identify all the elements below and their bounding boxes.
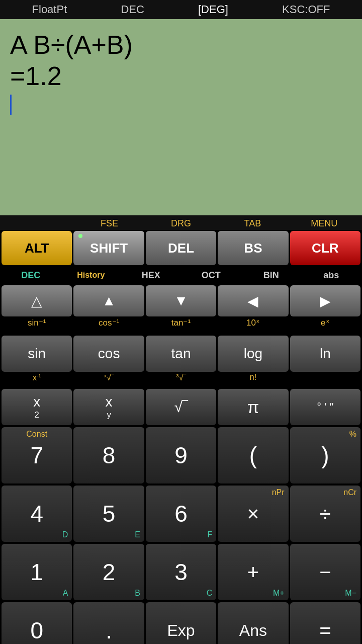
percent-label: % (349, 430, 356, 439)
exp-button[interactable]: Exp (146, 602, 216, 644)
arrow-up-fill[interactable]: ▲ (73, 285, 144, 316)
b-label: B (135, 589, 140, 598)
sqrt-button[interactable]: √‾ (146, 389, 216, 425)
close-paren-button[interactable]: % ) (290, 427, 360, 484)
d-label: D (62, 530, 68, 539)
mode-row: DEC History HEX OCT BIN abs (0, 266, 362, 284)
e-x-label: eˣ (290, 317, 360, 335)
display-result: =1.2 (10, 60, 352, 92)
top-label-menu: MENU (289, 217, 360, 230)
e-label: E (135, 530, 140, 539)
xy-button[interactable]: xy (73, 389, 144, 425)
npr-label: nPr (272, 488, 285, 497)
top-labels-row: FSE DRG TAB MENU (0, 215, 362, 230)
ncr-label: nCr (343, 488, 356, 497)
num-row-2: 4 D 5 E 6 F nPr × nCr ÷ (0, 485, 362, 543)
pi-button[interactable]: π (218, 389, 288, 425)
x2-button[interactable]: x2 (2, 389, 72, 425)
arrow-up-outline[interactable]: △ (2, 285, 72, 316)
display-expression: A B÷(A+B) (10, 29, 352, 60)
plus-button[interactable]: + M+ (218, 544, 288, 600)
tan-inv-label: tan⁻¹ (146, 317, 216, 335)
cos-button[interactable]: cos (73, 336, 144, 372)
tan-button[interactable]: tan (146, 336, 216, 372)
nine-button[interactable]: 9 (146, 427, 216, 484)
status-deg: [DEG] (198, 3, 228, 16)
mode-history[interactable]: History (62, 267, 121, 283)
one-button[interactable]: 1 A (2, 544, 72, 600)
bs-button[interactable]: BS (218, 231, 288, 265)
num-row-1: Const 7 8 9 ( % ) (0, 426, 362, 485)
three-button[interactable]: 3 C (146, 544, 216, 600)
divide-button[interactable]: nCr ÷ (290, 486, 360, 542)
minus-button[interactable]: − M− (290, 544, 360, 600)
five-button[interactable]: 5 E (73, 486, 144, 542)
calculator-display: A B÷(A+B) =1.2 (0, 19, 362, 215)
power-labels-row: x-1 x√‾ 3√‾ n! (0, 373, 362, 388)
top-label-empty (2, 217, 73, 230)
top-label-fse: FSE (73, 217, 145, 230)
arrow-down-fill[interactable]: ▼ (146, 285, 216, 316)
eight-button[interactable]: 8 (73, 427, 144, 484)
a-label: A (63, 589, 68, 598)
f-label: F (207, 530, 212, 539)
x-sqrt-y-label: x√‾ (73, 373, 144, 388)
sin-button[interactable]: sin (2, 336, 72, 372)
cursor (10, 95, 12, 115)
cos-inv-label: cos⁻¹ (73, 317, 144, 335)
top-label-drg: DRG (145, 217, 217, 230)
clr-button[interactable]: CLR (290, 231, 360, 265)
power-main-row: x2 xy √‾ π ° ′ ″ (0, 388, 362, 426)
status-ksc: KSC:OFF (282, 3, 330, 16)
dot-button[interactable]: . M (73, 602, 144, 644)
arrow-row: △ ▲ ▼ ◀ ▶ (0, 284, 362, 317)
sin-inv-label: sin⁻¹ (2, 317, 72, 335)
log-button[interactable]: log (218, 336, 288, 372)
c-label: C (207, 589, 213, 598)
num-row-3: 1 A 2 B 3 C + M+ − M− (0, 543, 362, 601)
cube-sqrt-label: 3√‾ (146, 373, 216, 388)
ans-button[interactable]: Ans History (218, 602, 288, 644)
const-label: Const (6, 430, 68, 439)
status-dec: DEC (121, 3, 144, 16)
keyboard: FSE DRG TAB MENU ALT SHIFT DEL BS CLR DE… (0, 215, 362, 644)
trig-inv-row: sin⁻¹ cos⁻¹ tan⁻¹ 10ˣ eˣ (0, 317, 362, 335)
arrow-right-fill[interactable]: ▶ (290, 285, 360, 316)
seven-button[interactable]: Const 7 (2, 427, 72, 484)
shift-button[interactable]: SHIFT (73, 231, 144, 265)
multiply-button[interactable]: nPr × (218, 486, 288, 542)
control-row: ALT SHIFT DEL BS CLR (0, 230, 362, 266)
shift-dot (78, 234, 82, 238)
x-inv-label: x-1 (2, 373, 72, 388)
open-paren-button[interactable]: ( (218, 427, 288, 484)
four-button[interactable]: 4 D (2, 486, 72, 542)
two-button[interactable]: 2 B (73, 544, 144, 600)
equals-button[interactable]: = (290, 602, 360, 644)
six-button[interactable]: 6 F (146, 486, 216, 542)
mplus-label: M+ (273, 589, 285, 598)
alt-button[interactable]: ALT (2, 231, 72, 265)
dms-button[interactable]: ° ′ ″ (290, 389, 360, 425)
mode-bin[interactable]: BIN (242, 267, 301, 283)
mode-hex[interactable]: HEX (122, 267, 180, 283)
del-button[interactable]: DEL (146, 231, 216, 265)
n-fact-label: n! (218, 373, 288, 388)
ten-x-label: 10ˣ (218, 317, 288, 335)
trig-main-row: sin cos tan log ln (0, 335, 362, 373)
mminus-label: M− (345, 589, 356, 598)
status-bar: FloatPt DEC [DEG] KSC:OFF (0, 0, 362, 19)
num-row-4: 0 MC . M Exp Ans History = (0, 601, 362, 644)
empty-label (290, 373, 360, 388)
status-floatpt: FloatPt (32, 3, 67, 16)
arrow-left-fill[interactable]: ◀ (218, 285, 288, 316)
zero-button[interactable]: 0 MC (2, 602, 72, 644)
ln-button[interactable]: ln (290, 336, 360, 372)
mode-oct[interactable]: OCT (182, 267, 241, 283)
top-label-tab: TAB (217, 217, 288, 230)
mode-abs[interactable]: abs (302, 267, 361, 283)
mode-dec[interactable]: DEC (2, 267, 60, 283)
